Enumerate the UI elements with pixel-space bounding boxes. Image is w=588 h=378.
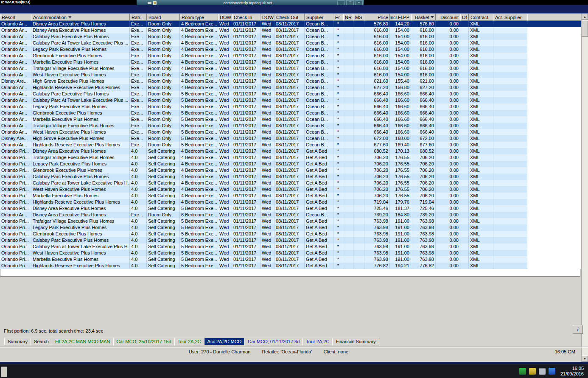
scroll-up-icon[interactable]: ▲ (582, 14, 588, 20)
table-row[interactable]: Orlando Ar...Highlands Reserve Executive… (0, 142, 581, 148)
column-header-board[interactable]: Board (147, 14, 180, 21)
column-header-rating[interactable]: Rati... (130, 14, 147, 21)
bottom-tab[interactable]: Summary (4, 338, 31, 345)
table-row[interactable]: Orlando Pri...Disney Area Executive Plus… (0, 148, 581, 154)
taskbar-clock[interactable]: 16:05 21/09/2016 (560, 366, 584, 377)
column-header-incl_fl_pp[interactable]: Incl.Fl.PP (390, 14, 411, 21)
rdp-restore-button[interactable]: □ (346, 0, 354, 6)
cell-act_supplier (493, 244, 527, 250)
cell-er: * (333, 65, 343, 72)
table-row[interactable]: Orlando Ar...Glenbrook Executive Plus Ho… (0, 53, 581, 59)
tray-network-icon[interactable] (519, 368, 526, 375)
bottom-tab[interactable]: Flt 2A,2C MAN MCO MAN (52, 338, 113, 345)
table-row[interactable]: Orlando Pri...Highlands Reserve Executiv… (0, 263, 581, 269)
table-row[interactable]: Orlando Ar...Glenbrook Executive Plus Ho… (0, 110, 581, 116)
column-header-accommodation[interactable]: Accommodation (31, 14, 130, 21)
cell-contract: XML (469, 53, 493, 59)
table-row[interactable]: Orlando Pri...Marbella Executive Plus Ho… (0, 193, 581, 199)
table-row[interactable]: Orlando Pri...Marbella Executive Plus Ho… (0, 256, 581, 263)
table-row[interactable]: Orlando Pri...Legacy Park Executive Plus… (0, 224, 581, 231)
column-header-room_type[interactable]: Room type (180, 14, 218, 21)
table-row[interactable]: Orlando Ar...Calabay Parc At Tower Lake … (0, 40, 581, 46)
table-row[interactable]: Orlando Pri...Glenbrook Executive Plus H… (0, 231, 581, 237)
column-header-label: Rati... (132, 15, 144, 20)
column-header-dow_out[interactable]: DOW (260, 14, 274, 21)
scrollbar-thumb[interactable] (582, 21, 588, 37)
column-header-check_in[interactable]: Check In (232, 14, 260, 21)
table-row[interactable]: Disney Are...High Grove Executive Plus H… (0, 135, 581, 142)
column-header-of[interactable]: Of (460, 14, 469, 21)
cell-check_out: 08/11/2017 (274, 84, 305, 91)
rdp-minimize-button[interactable]: _ (337, 0, 345, 6)
column-header-ms[interactable]: MS (353, 14, 364, 21)
table-row[interactable]: Orlando Ar...West Haven Executive Plus H… (0, 129, 581, 135)
cell-nr (343, 167, 353, 174)
taskbar-button-fragment[interactable] (1, 367, 7, 377)
table-row[interactable]: Orlando Pri...Calabay Parc at Tower Lake… (0, 180, 581, 186)
table-row[interactable]: Orlando Ar...Marbella Executive Plus Hom… (0, 59, 581, 65)
column-header-act_supplier[interactable]: Act. Supplier (493, 14, 527, 21)
table-row[interactable]: Orlando Pri...Highlands Reserve Executiv… (0, 199, 581, 205)
column-header-basket[interactable]: Basket (411, 14, 436, 21)
table-row[interactable]: Orlando Ar...Legacy Park Executive Plus … (0, 46, 581, 53)
table-row[interactable]: Orlando Pri...Legacy Park Executive Plus… (0, 161, 581, 167)
cell-nr (343, 250, 353, 256)
table-row[interactable]: Orlando Ar...West Haven Executive Plus H… (0, 72, 581, 78)
table-row[interactable]: Disney Are...High Grove Executive Plus H… (0, 78, 581, 84)
table-row[interactable]: Orlando Ar...Disney Area Executive Plus … (0, 21, 581, 27)
table-row[interactable]: Orlando Ar...Disney Area Executive Plus … (0, 27, 581, 34)
table-row[interactable]: Orlando Ar...Trafalgar Village Executive… (0, 65, 581, 72)
table-row[interactable]: Orlando Pri...Trafalgar Village Executiv… (0, 218, 581, 224)
table-row[interactable]: Orlando Pri...Calabay Parc Executive Plu… (0, 174, 581, 180)
column-header-er[interactable]: Er (333, 14, 343, 21)
column-header-supplier[interactable]: Supplier (305, 14, 333, 21)
vertical-scrollbar[interactable]: ▲ ▼ (581, 14, 588, 362)
tray-printer-icon[interactable] (539, 368, 546, 375)
column-header-dow_in[interactable]: DOW (218, 14, 232, 21)
cell-nr (343, 91, 353, 97)
cell-discount: 0.00 (436, 244, 460, 250)
cell-discount: 0.00 (436, 154, 460, 161)
rdp-close-button[interactable]: × (355, 0, 363, 6)
info-button[interactable]: i (573, 325, 583, 334)
table-row[interactable]: Orlando Pri...Calabay Parc at Tower Lake… (0, 244, 581, 250)
table-row[interactable]: Orlando Ar...Legacy Park Executive Plus … (0, 104, 581, 110)
tray-message-icon[interactable] (529, 368, 536, 375)
cell-dow_in: Wed (218, 46, 232, 53)
table-row[interactable]: Orlando Pri...Glenbrook Executive Plus H… (0, 167, 581, 174)
column-header-label: Board (148, 15, 161, 20)
tray-display-icon[interactable] (549, 368, 555, 375)
bottom-tab[interactable]: Search (31, 338, 52, 345)
column-header-check_out[interactable]: Check Out (274, 14, 305, 21)
bottom-tab[interactable]: Car MCO; 25/10/2017 15d (113, 338, 174, 345)
bottom-tab[interactable]: Tour 2A,2C (302, 338, 332, 345)
table-row[interactable]: Orlando Ar...Calabay Parc Executive Plus… (0, 91, 581, 97)
pin-icon[interactable] (148, 2, 151, 4)
cell-filler (527, 167, 581, 174)
column-header-discount[interactable]: Discount (436, 14, 460, 21)
cell-act_supplier (493, 91, 527, 97)
bottom-tab[interactable]: Tour 2A,2C (174, 338, 204, 345)
table-row[interactable]: Orlando Pri...Disney Area Executive Plus… (0, 205, 581, 212)
cell-dow_out: Wed (260, 205, 274, 212)
table-row[interactable]: Orlando Pri...West Haven Executive Plus … (0, 250, 581, 256)
cell-supplier: Get A Bed (305, 231, 333, 237)
table-row[interactable]: Orlando Pri...Trafalgar Village Executiv… (0, 154, 581, 161)
table-row[interactable]: Orlando Ar...Calabay Parc Executive Plus… (0, 34, 581, 40)
table-row[interactable]: Orlando Ar...Marbella Executive Plus Hom… (0, 116, 581, 123)
cell-price: 763.98 (364, 231, 390, 237)
column-header-nr[interactable]: NR (343, 14, 353, 21)
table-row[interactable]: Orlando Ar...Highlands Reserve Executive… (0, 84, 581, 91)
bottom-tab[interactable]: Acc 2A,2C MCO (204, 338, 245, 345)
column-header-resort[interactable]: Resort (0, 14, 31, 21)
column-header-contract[interactable]: Contract (469, 14, 493, 21)
column-header-price[interactable]: Price (364, 14, 390, 21)
table-row[interactable]: Orlando Ar...Calabay Parc At Tower Lake … (0, 97, 581, 104)
table-row[interactable]: Orlando Ar...Trafalgar Village Executive… (0, 123, 581, 129)
bottom-tab[interactable]: Car MCO; 01/11/2017 8d (244, 338, 302, 345)
table-row[interactable]: Orlando Pri...Calabay Parc Executive Plu… (0, 237, 581, 244)
filter-icon[interactable] (68, 16, 72, 19)
table-row[interactable]: Orlando Pri...West Haven Executive Plus … (0, 186, 581, 193)
table-row[interactable]: Orlando Ar...Disney Area Executive Plus … (0, 212, 581, 218)
bottom-tab[interactable]: Financial Summary (332, 338, 379, 345)
